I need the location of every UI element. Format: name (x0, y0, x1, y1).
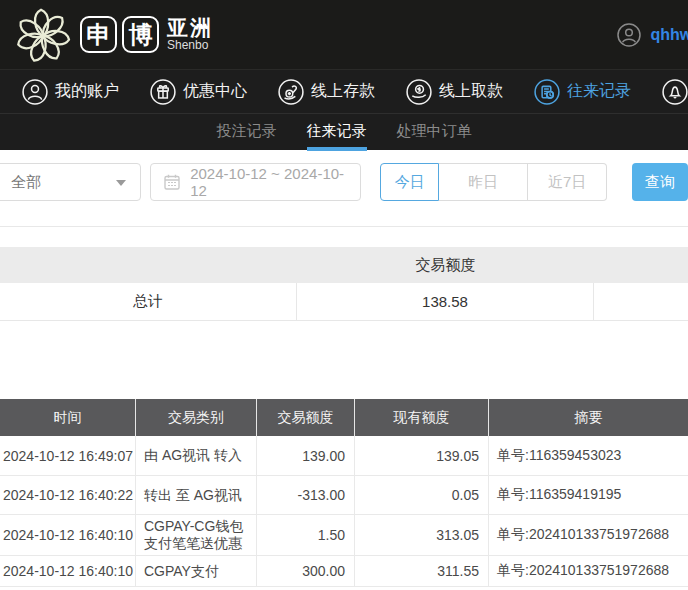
cell-balance: 313.05 (355, 515, 489, 555)
cell-type: CGPAY-CG钱包支付笔笔送优惠 (136, 515, 257, 555)
table-row: 2024-10-12 16:40:10 CGPAY支付 300.00 311.5… (0, 556, 688, 587)
gift-icon (150, 79, 176, 105)
cell-type: CGPAY支付 (136, 556, 257, 586)
transaction-records-page: 申 博 亚洲 Shenbo qhhwZ (0, 0, 688, 590)
yesterday-button[interactable]: 昨日 (439, 163, 528, 201)
tab-betting-records[interactable]: 投注记录 (217, 114, 277, 151)
calendar-icon (163, 173, 181, 191)
deposit-icon (278, 79, 304, 105)
nav-item-label: 线上取款 (439, 81, 503, 102)
nav-item-withdraw[interactable]: 线上取款 (406, 79, 503, 105)
type-select-value: 全部 (11, 173, 41, 192)
table-row: 2024-10-12 16:49:07 由 AG视讯 转入 139.00 139… (0, 436, 688, 476)
cell-time: 2024-10-12 16:40:10 (0, 515, 136, 555)
logo-char-box-1: 申 (80, 16, 117, 53)
cell-type: 转出 至 AG视讯 (136, 476, 257, 514)
records-table-header: 时间 交易类别 交易额度 现有额度 摘要 (0, 399, 688, 436)
cell-balance: 139.05 (355, 436, 489, 475)
date-range-input[interactable]: 2024-10-12 ~ 2024-10-12 (150, 163, 361, 201)
nav-item-label: 线上存款 (311, 81, 375, 102)
col-header-type: 交易类别 (136, 399, 257, 436)
summary-total-label: 总计 (0, 283, 297, 320)
transaction-type-select[interactable]: 全部 (0, 163, 141, 201)
date-range-value: 2024-10-12 ~ 2024-10-12 (190, 165, 360, 199)
summary-total-value: 138.58 (297, 283, 594, 320)
nav-item-deposit[interactable]: 线上存款 (278, 79, 375, 105)
logo-subtitle: Shenbo (167, 39, 213, 52)
col-header-summary: 摘要 (489, 399, 688, 436)
logo-region-text: 亚洲 (167, 17, 213, 39)
tab-processing-orders[interactable]: 处理中订单 (397, 114, 472, 151)
tab-transaction-records[interactable]: 往来记录 (307, 114, 367, 151)
cell-amount: 300.00 (257, 556, 355, 586)
top-bar: 申 博 亚洲 Shenbo qhhwZ (0, 0, 688, 70)
nav-item-label: 我的账户 (55, 81, 119, 102)
cell-time: 2024-10-12 16:49:07 (0, 436, 136, 475)
cell-balance: 311.55 (355, 556, 489, 586)
nav-item-label: 往来记录 (567, 81, 631, 102)
user-account-area[interactable]: qhhwZ (617, 0, 688, 70)
col-header-balance: 现有额度 (355, 399, 489, 436)
nav-item-transaction-records[interactable]: 往来记录 (534, 79, 631, 105)
cell-summary: 单号:202410133751972688 (489, 556, 688, 586)
cell-summary: 单号:116359453023 (489, 436, 688, 475)
nav-item-notifications[interactable] (662, 79, 688, 105)
cell-summary: 单号:116359419195 (489, 476, 688, 514)
cell-time: 2024-10-12 16:40:22 (0, 476, 136, 514)
quick-range-group: 今日 昨日 近7日 (380, 163, 607, 201)
today-button[interactable]: 今日 (380, 163, 439, 201)
col-header-amount: 交易额度 (257, 399, 355, 436)
summary-header-empty (0, 247, 297, 283)
filter-bar: 全部 2024-10-12 ~ 2024-10-12 今日 昨日 近7日 查询 (0, 150, 688, 227)
summary-total-row: 总计 138.58 (0, 283, 688, 321)
cell-amount: 1.50 (257, 515, 355, 555)
record-tabs: 投注记录 往来记录 处理中订单 (0, 113, 688, 150)
nav-item-promotions[interactable]: 优惠中心 (150, 79, 247, 105)
spacer (0, 227, 688, 247)
bell-icon (662, 79, 688, 105)
spacer (0, 321, 688, 399)
brand-logo[interactable]: 申 博 亚洲 Shenbo (12, 4, 213, 66)
logo-char-box-2: 博 (122, 16, 159, 53)
search-button[interactable]: 查询 (632, 163, 688, 201)
summary-header-empty (594, 247, 688, 283)
chevron-down-icon (116, 180, 126, 186)
summary-empty-cell (594, 283, 688, 320)
user-icon (22, 79, 48, 105)
cell-summary: 单号:202410133751972688 (489, 515, 688, 555)
col-header-time: 时间 (0, 399, 136, 436)
table-row: 2024-10-12 16:40:10 CGPAY-CG钱包支付笔笔送优惠 1.… (0, 515, 688, 556)
username-label[interactable]: qhhwZ (650, 26, 688, 44)
main-nav: 我的账户 优惠中心 (0, 70, 688, 113)
withdraw-icon (406, 79, 432, 105)
cell-type: 由 AG视讯 转入 (136, 436, 257, 475)
cell-amount: 139.00 (257, 436, 355, 475)
nav-item-label: 优惠中心 (183, 81, 247, 102)
records-icon (534, 79, 560, 105)
nav-item-my-account[interactable]: 我的账户 (22, 79, 119, 105)
table-row: 2024-10-12 16:40:22 转出 至 AG视讯 -313.00 0.… (0, 476, 688, 515)
flower-logo-icon (12, 4, 74, 66)
last-7-days-button[interactable]: 近7日 (528, 163, 607, 201)
user-avatar-icon (617, 23, 641, 47)
summary-header-row: 交易额度 (0, 247, 688, 283)
summary-amount-header: 交易额度 (297, 247, 594, 283)
cell-time: 2024-10-12 16:40:10 (0, 556, 136, 586)
cell-amount: -313.00 (257, 476, 355, 514)
cell-balance: 0.05 (355, 476, 489, 514)
